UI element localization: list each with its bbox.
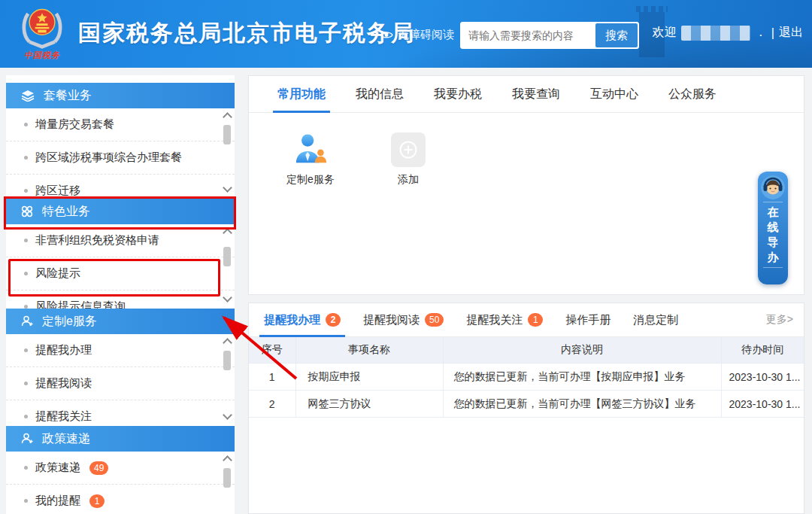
sidebar-section-package-business[interactable]: 套餐业务 [6, 83, 235, 108]
divider [763, 267, 783, 268]
scroll-up-icon[interactable] [223, 338, 232, 348]
scrollbar-thumb[interactable] [223, 125, 231, 144]
feature-custom-eservice[interactable]: 定制e服务 [285, 132, 336, 187]
scrollbar[interactable] [222, 224, 233, 309]
sidebar-item-policy-express[interactable]: 政策速递 49 [6, 452, 235, 485]
sidebar-item-label: 非营利组织免税资格申请 [35, 233, 159, 248]
cell-no: 2 [249, 391, 295, 418]
online-guide-button[interactable]: 在 线 导 办 [758, 172, 788, 284]
sidebar-section-policy-express[interactable]: 政策速递 [6, 426, 235, 452]
scroll-down-icon[interactable] [223, 293, 232, 303]
scrollbar-thumb[interactable] [223, 247, 231, 266]
tab-query[interactable]: 我要查询 [512, 76, 560, 112]
reminder-panel: 提醒我办理 2 提醒我阅读 50 提醒我关注 1 操作手册 消息定制 更多> [248, 303, 804, 514]
sidebar-item-label: 跨区迁移 [35, 184, 80, 198]
section-list-policy: 政策速递 49 我的提醒 1 [6, 452, 235, 514]
guide-label-char: 线 [768, 220, 779, 235]
tab-message-customize[interactable]: 消息定制 [633, 303, 678, 336]
scrollbar[interactable] [222, 108, 233, 199]
search-button[interactable]: 搜索 [595, 23, 638, 48]
sidebar-item-remind-todo[interactable]: 提醒我办理 [6, 334, 235, 367]
sidebar-menu: 套餐业务 增量房交易套餐 跨区域涉税事项综合办理套餐 跨区迁移 [6, 75, 235, 514]
section-title: 套餐业务 [44, 88, 92, 104]
cell-name: 网签三方协议 [295, 391, 443, 418]
sidebar-item-remind-follow[interactable]: 提醒我关注 [6, 400, 235, 426]
sidebar-item-cross-region-tax[interactable]: 跨区域涉税事项综合办理套餐 [6, 141, 235, 175]
sidebar-item-my-reminders[interactable]: 我的提醒 1 [6, 485, 235, 514]
sidebar-item-label: 增量房交易套餐 [35, 117, 114, 132]
bullet-icon [24, 156, 28, 160]
bullet-icon [24, 239, 28, 242]
main-function-panel: 常用功能 我的信息 我要办税 我要查询 互动中心 公众服务 [248, 75, 804, 295]
logo-caption: 中国税务 [11, 50, 74, 61]
scroll-up-icon[interactable] [223, 228, 232, 238]
sidebar-item-label: 风险提示 [35, 266, 80, 281]
guide-label-char: 在 [768, 205, 779, 220]
sidebar-item-clipped[interactable]: 风险提示信息查询 [6, 290, 235, 309]
scroll-down-icon[interactable] [223, 410, 232, 420]
scrollbar-thumb[interactable] [223, 468, 231, 488]
tab-remind-read[interactable]: 提醒我阅读 50 [363, 303, 444, 336]
table-row[interactable]: 1 按期应申报 您的数据已更新，当前可办理【按期应申报】业务 2023-10-3… [249, 363, 804, 391]
scrollbar[interactable] [222, 452, 233, 514]
cell-desc: 您的数据已更新，当前可办理【按期应申报】业务 [443, 363, 721, 391]
tab-public-service[interactable]: 公众服务 [668, 76, 717, 112]
feature-add[interactable]: 添加 [383, 132, 434, 187]
feature-label: 添加 [383, 173, 434, 187]
bullet-icon [24, 305, 28, 309]
tab-my-info[interactable]: 我的信息 [356, 76, 404, 112]
tax-bureau-logo: 中国税务 [11, 4, 74, 61]
tab-remind-follow[interactable]: 提醒我关注 1 [466, 303, 543, 336]
tab-label: 操作手册 [565, 313, 611, 327]
welcome-suffix: ． [755, 25, 767, 41]
tab-common-functions[interactable]: 常用功能 [277, 76, 326, 112]
scroll-up-icon[interactable] [223, 112, 232, 122]
accessibility-reading-button[interactable]: 无障碍阅读 [380, 28, 454, 42]
grid-icon [21, 205, 33, 217]
user-menu: 欢迎 ． | 退出 [653, 25, 803, 41]
scroll-down-icon[interactable] [223, 183, 232, 193]
tab-label: 提醒我关注 [466, 313, 523, 327]
bullet-icon [24, 499, 28, 503]
cell-name: 按期应申报 [295, 363, 443, 391]
more-link[interactable]: 更多> [766, 313, 804, 327]
page: 中国税务 国家税务总局北京市电子税务局 无障碍阅读 搜索 欢迎 ． | 退出 [0, 0, 812, 514]
username-redacted [681, 26, 750, 41]
guide-label-char: 导 [768, 235, 779, 250]
sidebar-item-label: 风险提示信息查询 [35, 300, 126, 309]
tab-label: 提醒我阅读 [363, 313, 420, 327]
bullet-icon [24, 272, 28, 275]
cell-desc: 您的数据已更新，当前可办理【网签三方协议】业务 [443, 391, 721, 418]
count-badge: 1 [528, 313, 543, 327]
sidebar-section-custom-eservice[interactable]: 定制e服务 [6, 309, 235, 334]
sidebar-section-special-business[interactable]: 特色业务 [6, 199, 235, 224]
scrollbar-thumb[interactable] [223, 351, 231, 370]
divider [763, 202, 783, 202]
tab-label: 提醒我办理 [264, 313, 320, 327]
section-list-special: 非营利组织免税资格申请 风险提示 风险提示信息查询 [6, 224, 235, 309]
sidebar-item-risk-alert[interactable]: 风险提示 [6, 257, 235, 290]
cell-no: 1 [249, 363, 295, 391]
layers-icon [21, 90, 35, 102]
search-input[interactable] [461, 23, 595, 48]
table-row[interactable]: 2 网签三方协议 您的数据已更新，当前可办理【网签三方协议】业务 2023-10… [249, 391, 804, 418]
sidebar-item-label: 提醒我办理 [35, 343, 92, 357]
tab-interaction-center[interactable]: 互动中心 [590, 76, 638, 112]
reminder-table: 序号 事项名称 内容说明 待办时间 1 按期应申报 您的数据已更新，当前可办理【… [249, 337, 804, 418]
sidebar-item-cross-region-move[interactable]: 跨区迁移 [6, 175, 235, 199]
tab-label: 消息定制 [633, 313, 678, 327]
tab-operation-manual[interactable]: 操作手册 [565, 303, 611, 336]
scroll-up-icon[interactable] [223, 455, 232, 465]
sidebar-item-nonprofit-exemption[interactable]: 非营利组织免税资格申请 [6, 224, 235, 257]
sidebar-item-incremental-house[interactable]: 增量房交易套餐 [6, 108, 235, 141]
sidebar-item-remind-read[interactable]: 提醒我阅读 [6, 367, 235, 400]
tab-do-tax[interactable]: 我要办税 [434, 76, 482, 112]
online-guide-avatar-icon [761, 175, 785, 199]
sidebar-item-label: 跨区域涉税事项综合办理套餐 [35, 151, 182, 165]
logout-button[interactable]: 退出 [779, 25, 803, 41]
scrollbar[interactable] [222, 334, 233, 426]
bullet-icon [24, 189, 28, 193]
tab-remind-todo[interactable]: 提醒我办理 2 [264, 303, 341, 336]
search-box: 搜索 [460, 22, 639, 49]
bullet-icon [24, 415, 28, 418]
